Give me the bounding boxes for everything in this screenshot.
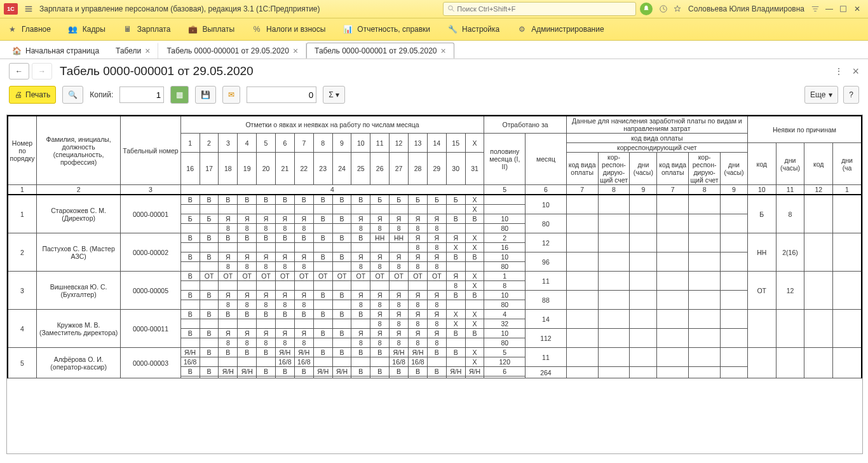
grid-button[interactable]: ▦ [170,86,189,104]
emp-tabnum: 0000-00001 [121,195,180,233]
table-wrap[interactable]: Номер по порядкуФамилия, инициалы, должн… [6,114,863,454]
emp-fio: Старокожев С. М. (Директор) [36,195,120,233]
main-menu: ★Главное 👥Кадры 🖩Зарплата 💼Выплаты %Нало… [0,18,868,41]
menu-vyplaty[interactable]: 💼Выплаты [187,24,234,35]
emp-tabnum: 0000-00002 [121,233,180,272]
hdr-marks: Отметки о явках и неявках на работу по ч… [180,116,484,134]
preview-button[interactable]: 🔍 [62,86,83,104]
tab-doc2-active[interactable]: Табель 0000-000001 от 29.05.2020× [306,43,454,59]
user-name[interactable]: Соловьева Юлия Владимировна [688,4,804,13]
menu-main[interactable]: ★Главное [6,24,51,35]
close-icon[interactable]: × [293,46,298,56]
save-button[interactable]: 💾 [195,86,216,104]
emp-tabnum: 0000-00005 [121,272,180,310]
menu-nalogi[interactable]: %Налоги и взносы [251,24,325,35]
hdr-fio: Фамилия, инициалы, должность (специально… [36,116,120,185]
menu-zarplata[interactable]: 🖩Зарплата [122,24,171,35]
hdr-month: месяц [526,134,567,185]
hdr-kodvida: код вида оплаты [566,134,747,143]
sigma-button[interactable]: Σ ▾ [323,86,345,104]
emp-fio: Алфёрова О. И. (оператор-кассир) [36,348,120,378]
menu-icon[interactable] [22,2,36,16]
close-icon[interactable]: × [441,46,446,56]
back-button[interactable]: ← [9,63,29,79]
emp-fio: Пастухов С. В. (Мастер АЗС) [36,233,120,272]
emp-num: 2 [8,233,36,272]
mail-button[interactable]: ✉ [222,86,240,104]
tabs-bar: 🏠 Начальная страница Табели× Табель 0000… [0,41,868,59]
copies-label: Копий: [90,90,113,99]
history-icon[interactable] [656,2,670,16]
menu-otchet[interactable]: 📊Отчетность, справки [342,24,430,35]
form-header: ← → Табель 0000-000001 от 29.05.2020 ⋮ × [0,59,868,83]
hdr-tabnum: Табельный номер [121,116,180,185]
close-icon[interactable]: × [145,46,150,56]
maximize-icon[interactable] [836,2,850,16]
close-form-icon[interactable]: × [852,65,859,78]
minimize-icon[interactable]: — [822,2,836,16]
hdr-datazp: Данные для начисления заработной платы п… [566,116,747,134]
menu-kadry[interactable]: 👥Кадры [67,24,105,35]
copies-input[interactable] [119,86,164,103]
svg-rect-2 [841,6,846,12]
forward-button[interactable]: → [32,63,52,79]
svg-point-0 [449,6,453,10]
emp-num: 3 [8,272,36,310]
tab-tabeli[interactable]: Табели× [107,43,158,59]
emp-tabnum: 0000-00011 [121,310,180,348]
title-bar: 1C Зарплата и управление персоналом (баз… [0,0,868,18]
app-title: Зарплата и управление персоналом (базова… [39,4,320,13]
tab-home[interactable]: 🏠 Начальная страница [4,43,107,59]
emp-num: 1 [8,195,36,233]
hdr-worked: Отработано за [484,116,566,134]
emp-fio: Вишневская Ю. С. (Бухгалтер) [36,272,120,310]
timesheet-table: Номер по порядкуФамилия, инициалы, должн… [7,115,862,378]
settings-icon[interactable] [808,2,822,16]
print-button[interactable]: 🖨 Печать [9,86,56,104]
star-icon[interactable] [670,2,684,16]
hdr-abs: Неявки по причинам [747,116,862,143]
emp-fio: Кружков М. В. (Заместитель директора) [36,310,120,348]
sum-input[interactable] [247,86,316,103]
help-button[interactable]: ? [843,86,859,104]
form-title: Табель 0000-000001 от 29.05.2020 [60,64,254,78]
more-menu-icon[interactable]: ⋮ [832,64,846,78]
toolbar: 🖨 Печать 🔍 Копий: ▦ 💾 ✉ Σ ▾ Еще ▾ ? [0,83,868,106]
emp-num: 5 [8,348,36,378]
hdr-half: половину месяца (I, II) [484,134,526,185]
hdr-corr: корреспондирующий счет [566,143,747,153]
menu-admin[interactable]: ⚙Администрирование [516,24,604,35]
app-logo: 1C [4,3,18,15]
hdr-num: Номер по порядку [8,116,36,185]
close-window-icon[interactable]: ✕ [850,2,864,16]
emp-num: 4 [8,310,36,348]
search-input[interactable] [456,4,632,13]
bell-icon[interactable] [640,3,653,15]
tab-doc1[interactable]: Табель 0000-000001 от 29.05.2020× [158,43,306,59]
menu-nastroika[interactable]: 🔧Настройка [447,24,499,35]
emp-tabnum: 0000-00003 [121,348,180,378]
more-button[interactable]: Еще ▾ [804,86,838,104]
search-box[interactable] [443,2,636,16]
